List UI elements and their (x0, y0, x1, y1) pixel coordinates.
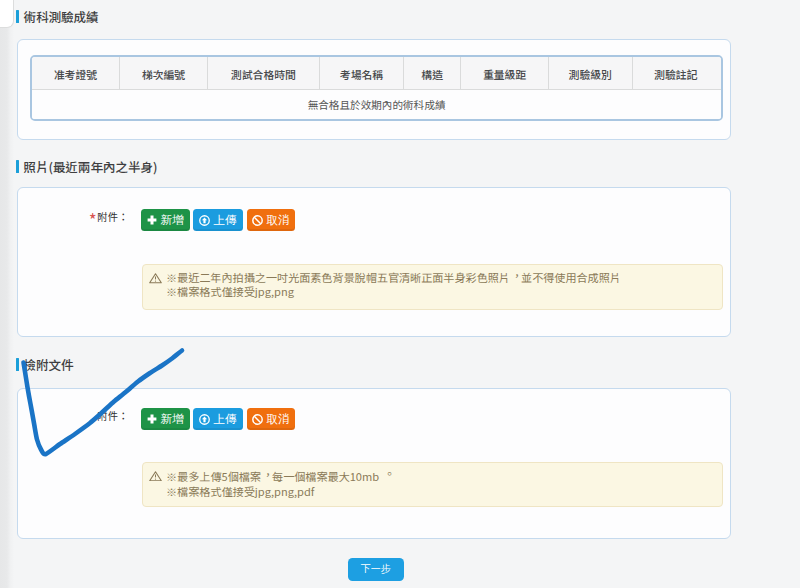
table-empty-row: 無合格且於效期內的術科成績 (32, 90, 721, 120)
exam-score-title: 術科測驗成績 (24, 9, 99, 24)
documents-heading: 檢附文件 (16, 356, 74, 372)
th-site-name: 考場名稱 (320, 57, 404, 89)
documents-note-line1: ※最多上傳5個檔案，每一個檔案最大10mb。 (166, 469, 712, 484)
plus-icon (147, 215, 157, 225)
photo-add-button[interactable]: 新增 (141, 209, 190, 231)
top-left-panel-corner (0, 0, 14, 28)
photo-upload-button[interactable]: 上傳 (193, 209, 243, 231)
photo-panel: * 附件： 新增 上傳 取消 ※最近二年內拍攝之一吋光面素色背景脫帽五官清晰正面… (17, 187, 731, 337)
exam-score-table: 准考證號 梯次編號 測試合格時間 考場名稱 構造 重量級距 測驗級別 測驗註記 … (30, 55, 723, 121)
documents-upload-button[interactable]: 上傳 (193, 408, 243, 430)
th-pass-time: 測試合格時間 (208, 57, 320, 89)
heading-accent-bar (16, 358, 19, 371)
plus-icon (147, 414, 157, 424)
heading-accent-bar (16, 160, 19, 173)
documents-add-button[interactable]: 新增 (141, 408, 190, 430)
ban-icon (252, 414, 263, 425)
left-gutter (0, 0, 14, 588)
photo-heading: 照片(最近兩年內之半身) (16, 158, 157, 174)
add-button-label: 新增 (160, 213, 183, 228)
documents-attachment-label: 附件： (97, 408, 129, 423)
arrow-circle-up-icon (199, 414, 210, 425)
upload-button-label: 上傳 (213, 213, 236, 228)
warning-icon (149, 469, 162, 484)
th-test-remark: 測驗註記 (633, 57, 720, 89)
th-batch-number: 梯次編號 (120, 57, 208, 89)
photo-cancel-button[interactable]: 取消 (247, 209, 295, 231)
documents-cancel-button[interactable]: 取消 (247, 408, 295, 430)
th-test-level: 測驗級別 (549, 57, 633, 89)
next-step-button[interactable]: 下一步 (348, 558, 404, 581)
heading-accent-bar (16, 10, 19, 23)
photo-note-line2: ※檔案格式僅接受jpg,png (166, 284, 712, 299)
exam-score-heading: 術科測驗成績 (16, 8, 99, 24)
photo-note: ※最近二年內拍攝之一吋光面素色背景脫帽五官清晰正面半身彩色照片，並不得使用合成照… (142, 264, 723, 310)
cancel-button-label: 取消 (266, 213, 289, 228)
documents-note-line2: ※檔案格式僅接受jpg,png,pdf (166, 484, 712, 499)
th-weight-range: 重量級距 (461, 57, 549, 89)
warning-icon (149, 272, 162, 287)
th-admission-number: 准考證號 (32, 57, 120, 89)
documents-title: 檢附文件 (24, 357, 74, 372)
page: 術科測驗成績 准考證號 梯次編號 測試合格時間 考場名稱 構造 重量級距 測驗級… (0, 0, 800, 588)
photo-attachment-label: 附件： (97, 209, 129, 224)
documents-panel: 附件： 新增 上傳 取消 ※最多上傳5個檔案，每一個檔案最大10mb。 ※檔案格… (17, 388, 731, 539)
table-header-row: 准考證號 梯次編號 測試合格時間 考場名稱 構造 重量級距 測驗級別 測驗註記 (32, 57, 721, 90)
th-structure: 構造 (404, 57, 461, 89)
photo-title: 照片(最近兩年內之半身) (24, 159, 158, 174)
ban-icon (252, 215, 263, 226)
add-button-label: 新增 (160, 412, 183, 427)
required-asterisk: * (89, 211, 97, 228)
documents-note: ※最多上傳5個檔案，每一個檔案最大10mb。 ※檔案格式僅接受jpg,png,p… (142, 462, 723, 508)
photo-note-line1: ※最近二年內拍攝之一吋光面素色背景脫帽五官清晰正面半身彩色照片，並不得使用合成照… (166, 270, 712, 285)
arrow-circle-up-icon (199, 215, 210, 226)
exam-score-panel: 准考證號 梯次編號 測試合格時間 考場名稱 構造 重量級距 測驗級別 測驗註記 … (17, 39, 731, 140)
cancel-button-label: 取消 (266, 412, 289, 427)
upload-button-label: 上傳 (213, 412, 236, 427)
